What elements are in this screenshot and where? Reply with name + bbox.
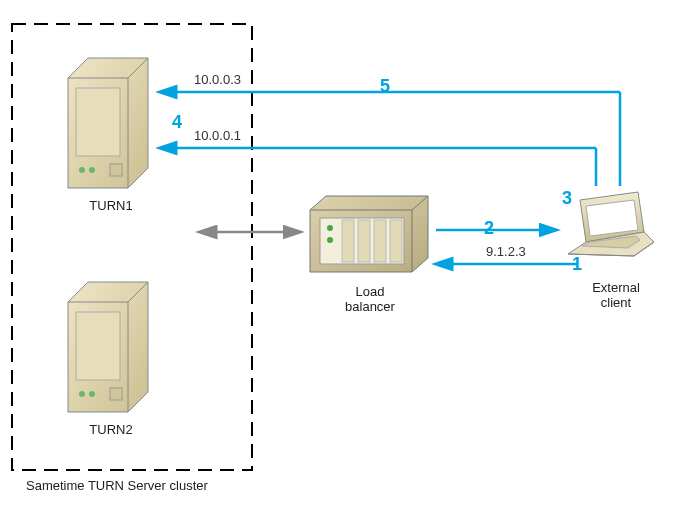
svg-point-5 xyxy=(79,391,85,397)
ip-9123: 9.1.2.3 xyxy=(486,244,526,259)
client-label-2: client xyxy=(601,295,631,310)
step-1: 1 xyxy=(572,254,582,275)
lb-label-2: balancer xyxy=(345,299,395,314)
load-balancer xyxy=(310,196,428,272)
svg-rect-0 xyxy=(76,88,120,156)
external-client xyxy=(568,192,654,256)
svg-point-1 xyxy=(79,167,85,173)
lb-label: Load balancer xyxy=(320,284,420,314)
server-turn2 xyxy=(68,282,148,412)
client-label-1: External xyxy=(592,280,640,295)
svg-rect-13 xyxy=(374,220,386,262)
svg-rect-11 xyxy=(342,220,354,262)
turn1-label: TURN1 xyxy=(66,198,156,213)
cluster-caption: Sametime TURN Server cluster xyxy=(26,478,246,493)
client-label: External client xyxy=(576,280,656,310)
svg-point-9 xyxy=(327,225,333,231)
step-2: 2 xyxy=(484,218,494,239)
svg-rect-7 xyxy=(110,388,122,400)
svg-rect-12 xyxy=(358,220,370,262)
ip-10001: 10.0.0.1 xyxy=(194,128,241,143)
step-3: 3 xyxy=(562,188,572,209)
svg-rect-4 xyxy=(76,312,120,380)
ip-10003: 10.0.0.3 xyxy=(194,72,241,87)
svg-rect-3 xyxy=(110,164,122,176)
svg-point-10 xyxy=(327,237,333,243)
svg-rect-14 xyxy=(390,220,402,262)
svg-point-6 xyxy=(89,391,95,397)
step-4: 4 xyxy=(172,112,182,133)
step-5: 5 xyxy=(380,76,390,97)
turn2-label: TURN2 xyxy=(66,422,156,437)
server-turn1 xyxy=(68,58,148,188)
lb-label-1: Load xyxy=(356,284,385,299)
svg-point-2 xyxy=(89,167,95,173)
